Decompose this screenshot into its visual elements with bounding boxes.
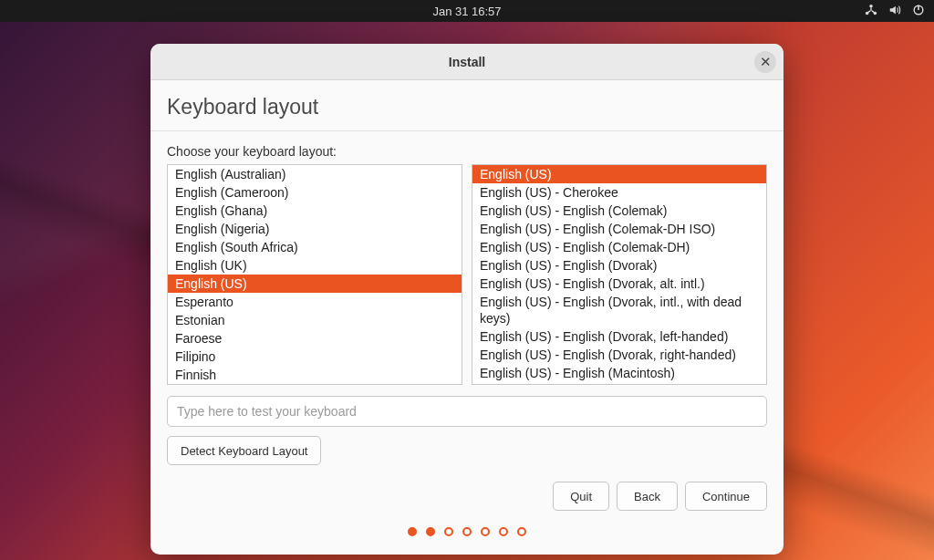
window-close-button[interactable]: ✕ bbox=[754, 51, 776, 73]
list-item[interactable]: English (US) bbox=[168, 275, 462, 293]
layout-columns: English (Australian)English (Cameroon)En… bbox=[167, 164, 767, 385]
progress-dot bbox=[444, 527, 453, 536]
volume-icon[interactable] bbox=[888, 4, 901, 18]
progress-dot bbox=[462, 527, 472, 536]
list-item[interactable]: English (US) - English (Colemak) bbox=[472, 202, 766, 220]
list-item[interactable]: English (US) - English (Dvorak, intl., w… bbox=[472, 293, 766, 327]
close-icon: ✕ bbox=[760, 54, 772, 70]
list-item[interactable]: English (US) - English (Norman) bbox=[472, 382, 766, 385]
keyboard-test-input[interactable] bbox=[167, 396, 767, 427]
list-item[interactable]: English (UK) bbox=[168, 256, 462, 275]
list-item[interactable]: English (US) - Cherokee bbox=[472, 183, 766, 202]
progress-dot bbox=[426, 527, 435, 536]
list-item[interactable]: English (Ghana) bbox=[168, 202, 462, 220]
window-titlebar[interactable]: Install ✕ bbox=[150, 44, 784, 80]
list-item[interactable]: English (South Africa) bbox=[168, 238, 462, 256]
list-item[interactable]: English (US) - English (Dvorak, alt. int… bbox=[472, 275, 766, 293]
list-item[interactable]: Esperanto bbox=[168, 293, 462, 311]
list-item[interactable]: English (Australian) bbox=[168, 165, 462, 183]
choose-label: Choose your keyboard layout: bbox=[167, 144, 767, 159]
progress-dot bbox=[499, 527, 508, 536]
desktop-background: Jan 31 16:57 Install ✕ Keyboard layout C… bbox=[0, 0, 934, 560]
top-panel: Jan 31 16:57 bbox=[0, 0, 934, 22]
list-item[interactable]: Finnish bbox=[168, 366, 462, 384]
list-item[interactable]: Faroese bbox=[168, 329, 462, 347]
power-icon[interactable] bbox=[912, 4, 925, 18]
list-item[interactable]: Filipino bbox=[168, 347, 462, 366]
back-button[interactable]: Back bbox=[617, 482, 678, 511]
list-item[interactable]: English (US) - English (Colemak-DH ISO) bbox=[472, 220, 766, 238]
list-item[interactable]: English (US) - English (Colemak-DH) bbox=[472, 238, 766, 256]
list-item[interactable]: English (Nigeria) bbox=[168, 220, 462, 238]
installer-window: Install ✕ Keyboard layout Choose your ke… bbox=[150, 44, 784, 555]
nav-button-row: Quit Back Continue bbox=[167, 482, 767, 511]
keyboard-layout-list[interactable]: English (Australian)English (Cameroon)En… bbox=[167, 164, 462, 385]
svg-point-0 bbox=[869, 5, 873, 8]
list-item[interactable]: English (Cameroon) bbox=[168, 183, 462, 202]
window-title: Install bbox=[449, 55, 485, 69]
progress-dot bbox=[517, 527, 526, 536]
progress-dots bbox=[167, 527, 767, 536]
divider bbox=[150, 130, 784, 131]
system-tray[interactable] bbox=[865, 4, 925, 18]
list-item[interactable]: English (US) bbox=[472, 165, 766, 183]
installer-content: Keyboard layout Choose your keyboard lay… bbox=[150, 80, 784, 555]
list-item[interactable]: English (US) - English (Dvorak, left-han… bbox=[472, 327, 766, 346]
continue-button[interactable]: Continue bbox=[685, 482, 767, 511]
detect-layout-button[interactable]: Detect Keyboard Layout bbox=[167, 436, 321, 465]
list-item[interactable]: Estonian bbox=[168, 311, 462, 329]
list-item[interactable]: English (US) - English (Dvorak, right-ha… bbox=[472, 346, 766, 364]
progress-dot bbox=[408, 527, 417, 536]
list-item[interactable]: French bbox=[168, 384, 462, 385]
progress-dot bbox=[481, 527, 490, 536]
list-item[interactable]: English (US) - English (Macintosh) bbox=[472, 364, 766, 382]
page-title: Keyboard layout bbox=[167, 95, 767, 119]
quit-button[interactable]: Quit bbox=[553, 482, 609, 511]
keyboard-variant-list[interactable]: English (US)English (US) - CherokeeEngli… bbox=[472, 164, 767, 385]
network-icon[interactable] bbox=[865, 4, 877, 18]
clock[interactable]: Jan 31 16:57 bbox=[432, 5, 501, 18]
list-item[interactable]: English (US) - English (Dvorak) bbox=[472, 256, 766, 275]
